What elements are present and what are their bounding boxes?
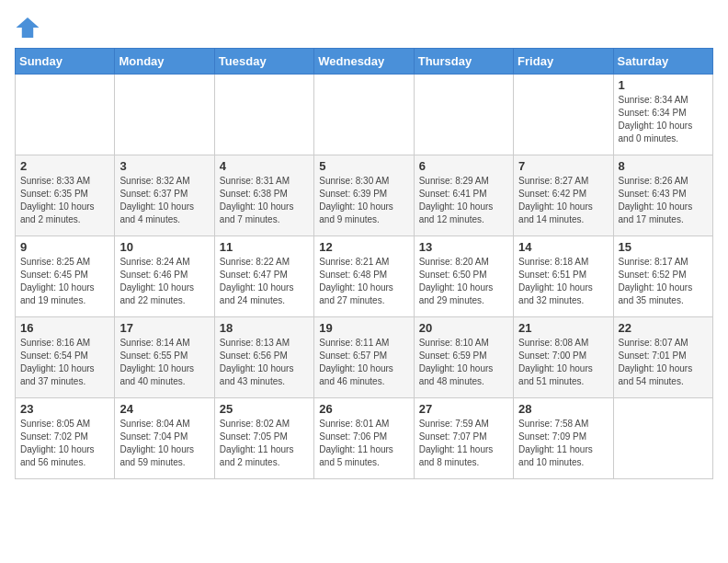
calendar-cell: 11Sunrise: 8:22 AM Sunset: 6:47 PM Dayli… — [214, 236, 313, 317]
day-number: 2 — [20, 159, 109, 173]
week-row-2: 2Sunrise: 8:33 AM Sunset: 6:35 PM Daylig… — [16, 155, 713, 236]
day-info: Sunrise: 8:01 AM Sunset: 7:06 PM Dayligh… — [319, 418, 408, 469]
day-info: Sunrise: 8:31 AM Sunset: 6:38 PM Dayligh… — [220, 175, 309, 226]
calendar-cell — [613, 398, 712, 479]
day-info: Sunrise: 8:24 AM Sunset: 6:46 PM Dayligh… — [119, 256, 209, 307]
day-number: 16 — [20, 321, 109, 335]
calendar-cell: 13Sunrise: 8:20 AM Sunset: 6:50 PM Dayli… — [414, 236, 513, 317]
calendar-cell: 2Sunrise: 8:33 AM Sunset: 6:35 PM Daylig… — [16, 155, 115, 236]
day-number: 27 — [419, 402, 508, 416]
day-info: Sunrise: 8:20 AM Sunset: 6:50 PM Dayligh… — [419, 256, 508, 307]
day-number: 9 — [20, 240, 109, 254]
day-info: Sunrise: 8:18 AM Sunset: 6:51 PM Dayligh… — [518, 256, 608, 307]
day-number: 11 — [220, 240, 309, 254]
calendar-cell: 22Sunrise: 8:07 AM Sunset: 7:01 PM Dayli… — [613, 317, 712, 398]
day-number: 4 — [220, 159, 309, 173]
weekday-header-sunday: Sunday — [16, 49, 115, 75]
calendar-cell — [414, 75, 513, 155]
day-info: Sunrise: 8:33 AM Sunset: 6:35 PM Dayligh… — [20, 175, 109, 226]
day-number: 23 — [20, 402, 109, 416]
day-info: Sunrise: 8:30 AM Sunset: 6:39 PM Dayligh… — [319, 175, 408, 226]
calendar-cell — [115, 75, 214, 155]
day-info: Sunrise: 8:07 AM Sunset: 7:01 PM Dayligh… — [619, 337, 708, 388]
calendar-cell: 12Sunrise: 8:21 AM Sunset: 6:48 PM Dayli… — [314, 236, 414, 317]
calendar-cell: 27Sunrise: 7:59 AM Sunset: 7:07 PM Dayli… — [414, 398, 513, 479]
calendar-table: SundayMondayTuesdayWednesdayThursdayFrid… — [15, 48, 713, 479]
day-number: 8 — [619, 159, 708, 173]
day-info: Sunrise: 8:13 AM Sunset: 6:56 PM Dayligh… — [220, 337, 309, 388]
calendar-body: 1Sunrise: 8:34 AM Sunset: 6:34 PM Daylig… — [16, 75, 713, 479]
day-info: Sunrise: 7:59 AM Sunset: 7:07 PM Dayligh… — [419, 418, 508, 469]
weekday-header-saturday: Saturday — [613, 49, 712, 75]
day-number: 3 — [119, 159, 209, 173]
day-info: Sunrise: 8:21 AM Sunset: 6:48 PM Dayligh… — [319, 256, 408, 307]
calendar-cell: 24Sunrise: 8:04 AM Sunset: 7:04 PM Dayli… — [115, 398, 214, 479]
weekday-header-monday: Monday — [115, 49, 214, 75]
calendar-cell: 10Sunrise: 8:24 AM Sunset: 6:46 PM Dayli… — [115, 236, 214, 317]
day-info: Sunrise: 8:34 AM Sunset: 6:34 PM Dayligh… — [619, 94, 708, 145]
calendar-cell: 28Sunrise: 7:58 AM Sunset: 7:09 PM Dayli… — [514, 398, 613, 479]
calendar-cell: 1Sunrise: 8:34 AM Sunset: 6:34 PM Daylig… — [613, 75, 712, 155]
calendar-cell: 17Sunrise: 8:14 AM Sunset: 6:55 PM Dayli… — [115, 317, 214, 398]
logo-icon — [15, 15, 40, 40]
calendar-cell: 4Sunrise: 8:31 AM Sunset: 6:38 PM Daylig… — [214, 155, 313, 236]
week-row-3: 9Sunrise: 8:25 AM Sunset: 6:45 PM Daylig… — [16, 236, 713, 317]
calendar-cell: 8Sunrise: 8:26 AM Sunset: 6:43 PM Daylig… — [613, 155, 712, 236]
day-info: Sunrise: 8:14 AM Sunset: 6:55 PM Dayligh… — [119, 337, 209, 388]
calendar-cell: 20Sunrise: 8:10 AM Sunset: 6:59 PM Dayli… — [414, 317, 513, 398]
weekday-header-friday: Friday — [514, 49, 613, 75]
day-number: 14 — [518, 240, 608, 254]
calendar-cell — [214, 75, 313, 155]
day-info: Sunrise: 8:17 AM Sunset: 6:52 PM Dayligh… — [619, 256, 708, 307]
day-info: Sunrise: 7:58 AM Sunset: 7:09 PM Dayligh… — [518, 418, 608, 469]
calendar-cell: 5Sunrise: 8:30 AM Sunset: 6:39 PM Daylig… — [314, 155, 414, 236]
day-number: 5 — [319, 159, 408, 173]
day-info: Sunrise: 8:08 AM Sunset: 7:00 PM Dayligh… — [518, 337, 608, 388]
day-info: Sunrise: 8:32 AM Sunset: 6:37 PM Dayligh… — [119, 175, 209, 226]
day-info: Sunrise: 8:16 AM Sunset: 6:54 PM Dayligh… — [20, 337, 109, 388]
calendar-cell: 23Sunrise: 8:05 AM Sunset: 7:02 PM Dayli… — [16, 398, 115, 479]
day-info: Sunrise: 8:11 AM Sunset: 6:57 PM Dayligh… — [319, 337, 408, 388]
day-info: Sunrise: 8:27 AM Sunset: 6:42 PM Dayligh… — [518, 175, 608, 226]
calendar-cell: 7Sunrise: 8:27 AM Sunset: 6:42 PM Daylig… — [514, 155, 613, 236]
calendar-cell: 25Sunrise: 8:02 AM Sunset: 7:05 PM Dayli… — [214, 398, 313, 479]
day-number: 24 — [119, 402, 209, 416]
day-number: 26 — [319, 402, 408, 416]
calendar-cell: 15Sunrise: 8:17 AM Sunset: 6:52 PM Dayli… — [613, 236, 712, 317]
day-info: Sunrise: 8:22 AM Sunset: 6:47 PM Dayligh… — [220, 256, 309, 307]
week-row-1: 1Sunrise: 8:34 AM Sunset: 6:34 PM Daylig… — [16, 75, 713, 155]
calendar-cell: 14Sunrise: 8:18 AM Sunset: 6:51 PM Dayli… — [514, 236, 613, 317]
day-info: Sunrise: 8:05 AM Sunset: 7:02 PM Dayligh… — [20, 418, 109, 469]
day-number: 10 — [119, 240, 209, 254]
day-info: Sunrise: 8:26 AM Sunset: 6:43 PM Dayligh… — [619, 175, 708, 226]
calendar-cell: 21Sunrise: 8:08 AM Sunset: 7:00 PM Dayli… — [514, 317, 613, 398]
page-header — [15, 15, 713, 40]
day-info: Sunrise: 8:04 AM Sunset: 7:04 PM Dayligh… — [119, 418, 209, 469]
day-number: 20 — [419, 321, 508, 335]
week-row-4: 16Sunrise: 8:16 AM Sunset: 6:54 PM Dayli… — [16, 317, 713, 398]
weekday-header-wednesday: Wednesday — [314, 49, 414, 75]
calendar-cell — [16, 75, 115, 155]
day-info: Sunrise: 8:10 AM Sunset: 6:59 PM Dayligh… — [419, 337, 508, 388]
svg-marker-0 — [17, 17, 40, 38]
day-number: 28 — [518, 402, 608, 416]
day-number: 1 — [619, 78, 708, 92]
calendar-cell: 3Sunrise: 8:32 AM Sunset: 6:37 PM Daylig… — [115, 155, 214, 236]
calendar-cell — [514, 75, 613, 155]
day-info: Sunrise: 8:25 AM Sunset: 6:45 PM Dayligh… — [20, 256, 109, 307]
day-number: 13 — [419, 240, 508, 254]
calendar-cell: 26Sunrise: 8:01 AM Sunset: 7:06 PM Dayli… — [314, 398, 414, 479]
calendar-cell: 6Sunrise: 8:29 AM Sunset: 6:41 PM Daylig… — [414, 155, 513, 236]
weekday-row: SundayMondayTuesdayWednesdayThursdayFrid… — [16, 49, 713, 75]
day-number: 22 — [619, 321, 708, 335]
day-number: 25 — [220, 402, 309, 416]
day-info: Sunrise: 8:29 AM Sunset: 6:41 PM Dayligh… — [419, 175, 508, 226]
day-number: 18 — [220, 321, 309, 335]
day-number: 17 — [119, 321, 209, 335]
calendar-cell — [314, 75, 414, 155]
calendar-header: SundayMondayTuesdayWednesdayThursdayFrid… — [16, 49, 713, 75]
day-number: 12 — [319, 240, 408, 254]
day-number: 21 — [518, 321, 608, 335]
day-number: 15 — [619, 240, 708, 254]
calendar-cell: 16Sunrise: 8:16 AM Sunset: 6:54 PM Dayli… — [16, 317, 115, 398]
